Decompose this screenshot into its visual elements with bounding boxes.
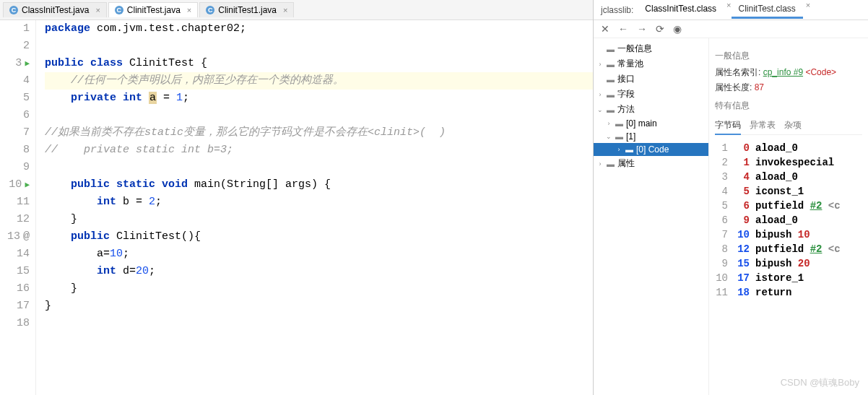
tree-label: 方法: [617, 103, 635, 116]
code-line[interactable]: public ClinitTest(){: [45, 228, 593, 246]
code-line[interactable]: }: [45, 280, 593, 298]
tree-item[interactable]: ›▬字段: [594, 87, 708, 102]
detail-tab[interactable]: 杂项: [784, 119, 802, 131]
code-line[interactable]: private int a = 1;: [45, 90, 593, 107]
gutter-line: 17: [0, 298, 30, 315]
editor-tab[interactable]: CClassInitTest.java×: [3, 2, 107, 17]
close-icon[interactable]: ×: [283, 6, 287, 14]
tree-item[interactable]: ▬一般信息: [594, 41, 708, 56]
chevron-icon[interactable]: ›: [596, 61, 604, 68]
class-tab[interactable]: ClassInitTest.class: [638, 1, 724, 19]
gutter: 123▶45678910▶111213@1415161718: [0, 20, 36, 395]
code-line[interactable]: public static void main(String[] args) {: [45, 176, 593, 194]
folder-icon: ▬: [615, 119, 623, 128]
gutter-line: 18: [0, 315, 30, 332]
code-line[interactable]: int d=20;: [45, 263, 593, 280]
code-line[interactable]: [45, 159, 593, 176]
code-line[interactable]: //任何一个类声明以后，内部至少存在一个类的构造器。: [45, 72, 593, 90]
toolbar-icon[interactable]: ✕: [601, 23, 609, 35]
toolbar-icon[interactable]: ←: [618, 23, 628, 35]
gutter-line: 10▶: [0, 176, 30, 194]
cp-info-link[interactable]: cp_info #9: [763, 67, 803, 77]
tree-item[interactable]: ›▬属性: [594, 156, 708, 171]
code-line[interactable]: [45, 107, 593, 124]
java-icon: C: [9, 6, 18, 14]
chevron-icon[interactable]: ⌄: [605, 133, 612, 140]
editor-panel: CClassInitTest.java×CClinitTest.java×CCl…: [0, 0, 594, 395]
tree-label: 一般信息: [617, 43, 652, 55]
tree-label: 接口: [617, 73, 635, 85]
tree-panel[interactable]: ▬一般信息›▬常量池▬接口›▬字段⌄▬方法›▬[0] main⌄▬[1] ›▬[…: [594, 38, 709, 395]
prop-attr-name-index: 属性名索引: cp_info #9 <Code>: [715, 66, 862, 79]
tree-item[interactable]: ⌄▬[1]: [594, 130, 708, 143]
gutter-line: 11: [0, 194, 30, 211]
override-icon[interactable]: @: [23, 228, 30, 246]
close-icon[interactable]: ×: [806, 1, 810, 19]
folder-icon: ▬: [607, 60, 615, 69]
gutter-line: 1: [0, 20, 30, 38]
chevron-icon[interactable]: ›: [605, 120, 612, 127]
tree-item[interactable]: ›▬常量池: [594, 56, 708, 71]
code-line[interactable]: package com.jvm.test.chapter02;: [45, 20, 593, 38]
code-area[interactable]: 123▶45678910▶111213@1415161718 package c…: [0, 20, 593, 395]
bytecode-row: 56putfield #2 <c: [715, 199, 862, 213]
cp-ref-link[interactable]: #2: [810, 243, 823, 255]
chevron-icon[interactable]: ⌄: [596, 106, 604, 113]
code-line[interactable]: }: [45, 211, 593, 228]
tab-label: ClinitTest.java: [127, 5, 181, 15]
section-general: 一般信息: [715, 50, 862, 62]
bytecode-row: 34aload_0: [715, 170, 862, 184]
run-icon[interactable]: ▶: [25, 55, 30, 72]
editor-tabs-bar: CClassInitTest.java×CClinitTest.java×CCl…: [0, 0, 593, 20]
chevron-icon[interactable]: ›: [596, 91, 604, 98]
toolbar: ✕←→⟳◉: [594, 20, 868, 38]
class-tab[interactable]: ClinitTest.class: [732, 1, 803, 19]
tab-label: ClinitTest1.java: [218, 5, 277, 15]
gutter-line: 6: [0, 107, 30, 124]
code-line[interactable]: }: [45, 298, 593, 315]
close-icon[interactable]: ×: [95, 6, 100, 14]
editor-tab[interactable]: CClinitTest.java×: [108, 2, 198, 17]
toolbar-icon[interactable]: ◉: [673, 23, 682, 35]
gutter-line: 7: [0, 124, 30, 142]
gutter-line: 8: [0, 142, 30, 159]
folder-icon: ▬: [607, 90, 615, 99]
cp-ref-link[interactable]: #2: [810, 200, 823, 212]
right-header: jclasslib: ClassInitTest.class×ClinitTes…: [594, 0, 868, 20]
code-line[interactable]: a=10;: [45, 246, 593, 263]
tree-label: [0] main: [626, 118, 657, 129]
gutter-line: 5: [0, 90, 30, 107]
folder-icon: ▬: [607, 45, 615, 53]
gutter-line: 3▶: [0, 55, 30, 72]
chevron-icon[interactable]: ›: [596, 160, 604, 168]
tree-item[interactable]: ▬接口: [594, 71, 708, 87]
code-content[interactable]: package com.jvm.test.chapter02;public cl…: [36, 20, 593, 395]
detail-tab[interactable]: 字节码: [715, 119, 741, 135]
gutter-line: 4: [0, 72, 30, 90]
bytecode-row: 45iconst_1: [715, 184, 862, 199]
run-icon[interactable]: ▶: [25, 176, 30, 194]
bytecode-list: 10aload_021invokespecial34aload_045icons…: [715, 141, 862, 300]
bytecode-row: 1118return: [715, 285, 862, 300]
code-line[interactable]: [45, 315, 593, 332]
code-line[interactable]: //如果当前类不存在static变量，那么它的字节码文件是不会存在<clinit…: [45, 124, 593, 142]
tree-item[interactable]: ›▬[0] main: [594, 117, 708, 130]
bytecode-row: 21invokespecial: [715, 155, 862, 170]
code-line[interactable]: [45, 38, 593, 55]
tree-item[interactable]: ⌄▬方法: [594, 102, 708, 117]
detail-tab[interactable]: 异常表: [750, 119, 776, 131]
toolbar-icon[interactable]: →: [637, 23, 647, 35]
code-line[interactable]: public class ClinitTest {: [45, 55, 593, 72]
bytecode-row: 710bipush 10: [715, 227, 862, 242]
close-icon[interactable]: ×: [187, 6, 191, 14]
editor-tab[interactable]: CClinitTest1.java×: [199, 2, 294, 17]
toolbar-icon[interactable]: ⟳: [656, 23, 664, 35]
tab-label: ClassInitTest.java: [22, 5, 89, 15]
code-line[interactable]: // private static int b=3;: [45, 142, 593, 159]
java-icon: C: [206, 6, 214, 14]
chevron-icon[interactable]: ›: [615, 146, 622, 153]
tree-item[interactable]: ›▬[0] Code: [594, 143, 708, 156]
code-line[interactable]: int b = 2;: [45, 194, 593, 211]
prop-attr-length: 属性长度: 87: [715, 82, 862, 94]
gutter-line: 2: [0, 38, 30, 55]
